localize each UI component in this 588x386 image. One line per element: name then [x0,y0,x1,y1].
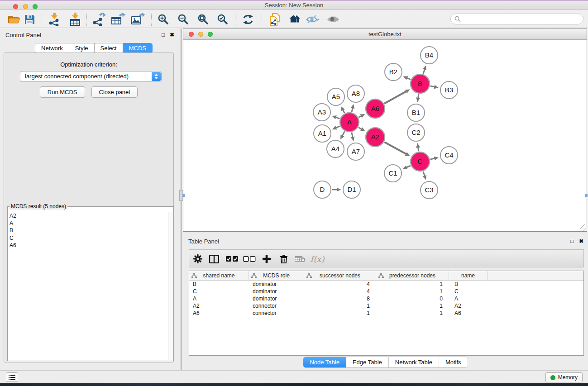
show-graphics-details-icon[interactable] [326,13,340,26]
maximize-traffic-light[interactable] [33,4,38,9]
edge-A-A7[interactable] [352,132,353,137]
memory-button[interactable]: Memory [545,372,583,382]
network-close-traffic-light[interactable] [189,32,194,37]
edge-B-B1[interactable] [418,94,419,98]
control-panel-title: Control Panel [5,32,41,38]
hide-graphics-details-icon[interactable] [306,13,320,26]
cell-MCDS-role: connector [249,302,304,310]
edge-A2-C[interactable] [384,142,406,154]
edge-A6-B[interactable] [384,91,406,104]
tab-motifs[interactable]: Motifs [439,357,468,367]
tab-mcds[interactable]: MCDS [123,43,153,53]
table-row[interactable]: A2connector11A2 [189,302,583,310]
table-close-panel-icon[interactable]: ✖ [579,238,583,244]
toolbar-separator [235,13,235,26]
zoom-fit-icon[interactable] [196,13,210,26]
dropdown-stepper-icon[interactable] [152,72,161,81]
network-canvas[interactable]: B4B2BB3A5A8A6A3AB1A1A2C2A4A7C4CC1DD1C3 [183,40,587,231]
select-all-icon[interactable] [225,252,239,266]
network-title-bar[interactable]: testGlobe.txt [183,29,587,40]
criterion-dropdown[interactable]: largest connected component (directed) [20,71,162,82]
result-list-item[interactable]: B [10,227,167,234]
export-image-icon[interactable] [130,13,145,26]
export-table-icon[interactable] [111,13,125,26]
import-network-icon[interactable] [47,13,62,26]
cell-predecessor-nodes: 1 [376,302,449,310]
table-row[interactable]: A6connector11A6 [189,310,583,317]
search-input[interactable] [463,16,583,22]
refresh-icon[interactable] [241,13,255,26]
zoom-in-icon[interactable] [156,13,171,26]
edge-A-A5[interactable] [343,110,345,113]
edge-C-C3[interactable] [423,172,425,176]
edge-A-A2[interactable] [359,128,362,129]
frame-handle-right[interactable] [585,194,588,197]
result-list-item[interactable]: A2 [10,212,167,219]
column-header-MCDS-role[interactable]: MCDS role [249,271,304,280]
result-list-item[interactable]: C [10,234,167,242]
column-header-shared-name[interactable]: shared name [189,271,249,280]
edge-A-A8[interactable] [352,108,353,112]
delete-columns-trash-icon[interactable] [277,252,291,266]
frame-handle-left[interactable] [182,194,185,197]
tab-node-table[interactable]: Node Table [303,357,346,367]
tab-edge-table[interactable]: Edge Table [346,357,388,367]
resize-grip-icon[interactable] [580,224,586,231]
edge-B-B4[interactable] [423,69,425,74]
column-header-predecessor-nodes[interactable]: predecessor nodes [376,271,449,280]
save-icon[interactable] [22,13,37,26]
minimize-traffic-light[interactable] [23,4,28,9]
network-graph[interactable]: B4B2BB3A5A8A6A3AB1A1A2C2A4A7C4CC1DD1C3 [183,40,587,232]
edge-B-B2[interactable] [407,78,411,79]
delete-table-icon[interactable] [293,252,307,266]
close-traffic-light[interactable] [13,4,18,9]
run-mcds-button[interactable]: Run MCDS [40,86,85,98]
edge-C-C1[interactable] [406,166,411,167]
memory-label: Memory [558,374,578,381]
network-minimize-traffic-light[interactable] [198,32,203,37]
zoom-out-icon[interactable] [176,13,191,26]
network-maximize-traffic-light[interactable] [208,32,213,37]
result-scrollbar[interactable] [168,212,173,360]
function-builder-icon[interactable]: f(x) [308,252,326,266]
import-table-icon[interactable] [68,13,82,26]
table-float-panel-icon[interactable]: □ [570,238,574,244]
result-list-item[interactable]: A6 [10,242,167,249]
export-network-icon[interactable] [92,13,106,26]
cell-MCDS-role: dominator [249,288,304,295]
tab-network[interactable]: Network [35,43,69,53]
table-row[interactable]: Cdominator41C [189,288,583,295]
show-columns-icon[interactable] [207,252,221,266]
criterion-dropdown-value: largest connected component (directed) [25,71,129,81]
homes-icon[interactable] [286,13,301,26]
edge-A-A3[interactable] [336,117,339,119]
create-column-icon[interactable] [259,252,274,266]
tab-select[interactable]: Select [94,43,123,53]
tab-network-table[interactable]: Network Table [388,357,439,367]
close-panel-icon[interactable]: ✖ [170,32,174,38]
open-folder-icon[interactable] [7,13,21,26]
result-list-item[interactable]: A [10,219,167,227]
table-mode-gear-icon[interactable] [191,252,205,266]
deselect-all-icon[interactable] [242,252,257,266]
column-header-name[interactable]: name [449,271,488,280]
tab-style[interactable]: Style [69,43,95,53]
task-history-button[interactable] [6,372,18,382]
edge-A-A6[interactable] [359,116,361,117]
search-field[interactable] [450,14,583,24]
edge-B-B3[interactable] [430,86,434,87]
table-toolbar: f(x) [189,249,584,267]
close-panel-button[interactable]: Close panel [91,86,138,98]
node-label-A7: A7 [352,148,360,155]
edge-A-A4[interactable] [342,131,344,135]
duplicate-network-icon[interactable] [268,13,282,26]
cell-shared-name: C [189,288,249,295]
edge-A-A1[interactable] [336,126,339,128]
edge-C-C2[interactable] [418,148,419,152]
edge-C-C4[interactable] [430,158,434,159]
table-row[interactable]: Adominator80A [189,295,583,302]
float-panel-icon[interactable]: □ [162,32,165,38]
table-row[interactable]: Bdominator41B [189,281,583,288]
zoom-selected-icon[interactable] [215,13,230,26]
column-header-successor-nodes[interactable]: successor nodes [304,271,376,280]
